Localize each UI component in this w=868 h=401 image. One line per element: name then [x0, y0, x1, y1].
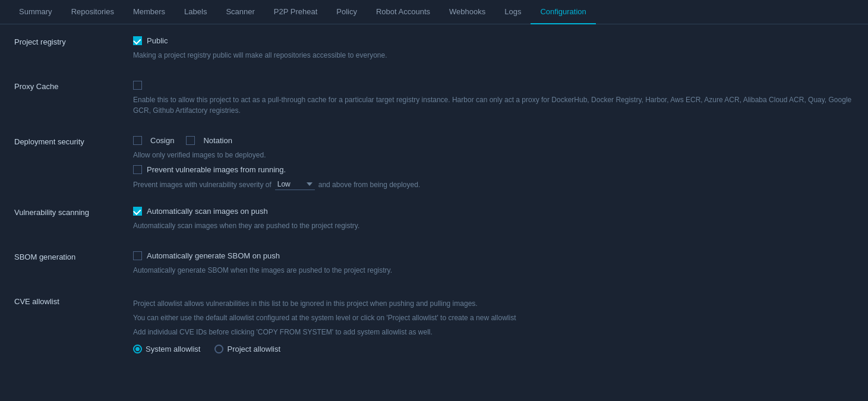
notation-checkbox-item[interactable]: Notation [186, 136, 232, 145]
deployment-security-content: Cosign Notation Allow only verified imag… [133, 136, 854, 190]
prevent-vulnerable-wrapper[interactable]: Prevent vulnerable images from running. [133, 165, 854, 174]
vulnerability-scanning-section: Vulnerability scanning Automatically sca… [14, 207, 854, 235]
nav-p2p-preheat[interactable]: P2P Preheat [264, 0, 327, 24]
auto-sbom-checkbox[interactable] [133, 251, 142, 260]
cosign-label: Cosign [150, 136, 174, 145]
cve-desc-2-block: You can either use the default allowlist… [133, 312, 854, 323]
project-registry-description: Making a project registry public will ma… [133, 50, 854, 61]
nav-summary[interactable]: Summary [10, 0, 62, 24]
nav-scanner[interactable]: Scanner [216, 0, 264, 24]
cve-allowlist-section: CVE allowlist Project allowlist allows v… [14, 296, 854, 353]
proxy-cache-content: Enable this to allow this project to act… [133, 81, 854, 119]
system-allowlist-radio-wrapper[interactable]: System allowlist [133, 345, 200, 353]
proxy-cache-description: Enable this to allow this project to act… [133, 94, 854, 116]
public-checkbox[interactable] [133, 36, 142, 45]
vulnerability-scanning-content: Automatically scan images on push Automa… [133, 207, 854, 235]
auto-scan-wrapper[interactable]: Automatically scan images on push [133, 207, 854, 216]
project-registry-label: Project registry [14, 36, 133, 64]
nav-robot-accounts[interactable]: Robot Accounts [367, 0, 440, 24]
system-allowlist-radio[interactable] [133, 345, 142, 353]
nav-labels[interactable]: Labels [175, 0, 216, 24]
system-allowlist-radio-label: System allowlist [146, 345, 200, 353]
sbom-generation-content: Automatically generate SBOM on push Auto… [133, 251, 854, 279]
auto-scan-description: Automatically scan images when they are … [133, 220, 854, 231]
deployment-security-label: Deployment security [14, 136, 133, 190]
project-allowlist-radio-wrapper[interactable]: Project allowlist [214, 345, 280, 353]
cve-desc-3-block: Add individual CVE IDs before clicking '… [133, 327, 854, 337]
auto-sbom-wrapper[interactable]: Automatically generate SBOM on push [133, 251, 854, 260]
project-allowlist-radio-label: Project allowlist [227, 345, 280, 353]
public-checkbox-wrapper[interactable]: Public [133, 36, 854, 45]
cve-allowlist-label: CVE allowlist [14, 296, 133, 353]
nav-logs[interactable]: Logs [495, 0, 531, 24]
severity-selector-row: Prevent images with vulnerability severi… [133, 179, 854, 190]
nav-members[interactable]: Members [124, 0, 175, 24]
cosign-checkbox-item[interactable]: Cosign [133, 136, 174, 145]
sbom-generation-section: SBOM generation Automatically generate S… [14, 251, 854, 279]
nav-policy[interactable]: Policy [327, 0, 367, 24]
proxy-cache-checkbox-wrapper[interactable] [133, 81, 854, 90]
proxy-cache-label: Proxy Cache [14, 81, 133, 119]
project-registry-content: Public Making a project registry public … [133, 36, 854, 64]
auto-scan-checkbox[interactable] [133, 207, 142, 216]
vulnerability-scanning-label: Vulnerability scanning [14, 207, 133, 235]
navigation: Summary Repositories Members Labels Scan… [0, 0, 868, 24]
severity-select[interactable]: Low Medium High Critical [275, 179, 315, 190]
auto-sbom-description: Automatically generate SBOM when the ima… [133, 265, 854, 276]
project-registry-section: Project registry Public Making a project… [14, 36, 854, 64]
proxy-cache-checkbox[interactable] [133, 81, 142, 90]
prevent-vulnerable-checkbox[interactable] [133, 165, 142, 174]
deployment-security-section: Deployment security Cosign Notation Allo… [14, 136, 854, 190]
cve-description-1: Project allowlist allows vulnerabilities… [133, 298, 854, 309]
cve-allowlist-content: Project allowlist allows vulnerabilities… [133, 296, 854, 353]
signing-checkboxes: Cosign Notation [133, 136, 854, 145]
auto-scan-label: Automatically scan images on push [147, 207, 268, 216]
verified-images-description: Allow only verified images to be deploye… [133, 150, 854, 160]
prevent-vulnerable-label: Prevent vulnerable images from running. [147, 165, 286, 174]
nav-repositories[interactable]: Repositories [62, 0, 124, 24]
notation-label: Notation [203, 136, 232, 145]
public-label: Public [147, 36, 168, 45]
notation-checkbox[interactable] [186, 136, 195, 145]
nav-configuration[interactable]: Configuration [531, 0, 595, 24]
severity-suffix-text: and above from being deployed. [318, 181, 420, 189]
nav-webhooks[interactable]: Webhooks [440, 0, 495, 24]
proxy-cache-section: Proxy Cache Enable this to allow this pr… [14, 81, 854, 119]
cve-description-2: You can either use the default allowlist… [133, 312, 854, 323]
auto-sbom-label: Automatically generate SBOM on push [147, 251, 280, 260]
configuration-content: Project registry Public Making a project… [0, 24, 868, 382]
cve-description-3: Add individual CVE IDs before clicking '… [133, 327, 854, 337]
project-allowlist-radio[interactable] [214, 345, 223, 353]
sbom-generation-label: SBOM generation [14, 251, 133, 279]
severity-prefix-text: Prevent images with vulnerability severi… [133, 181, 272, 189]
cosign-checkbox[interactable] [133, 136, 142, 145]
cve-desc-1-block: Project allowlist allows vulnerabilities… [133, 298, 854, 309]
allowlist-radio-row: System allowlist Project allowlist [133, 345, 854, 353]
